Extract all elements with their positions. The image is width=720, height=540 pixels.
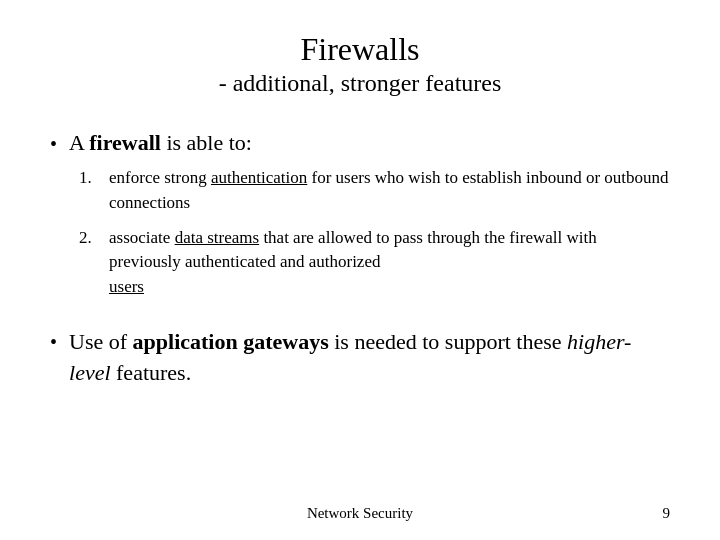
bullet2-prefix: Use of — [69, 329, 133, 354]
sub-title: - additional, stronger features — [50, 68, 670, 99]
bullet2-suffix: features. — [111, 360, 192, 385]
bullet-item-1: • A firewall is able to: 1. enforce stro… — [50, 128, 670, 300]
datastreams-underline: data streams — [175, 228, 260, 247]
bullet-heading-1: A firewall is able to: — [69, 128, 670, 159]
users-underline: users — [109, 277, 144, 296]
footer: Network Security — [0, 505, 720, 522]
bullet-dot-1: • — [50, 130, 57, 158]
numbered-list: 1. enforce strong authentication for use… — [79, 166, 670, 299]
title-section: Firewalls - additional, stronger feature… — [50, 30, 670, 100]
heading-bold: firewall — [89, 130, 161, 155]
main-title: Firewalls — [50, 30, 670, 68]
heading-suffix: is able to: — [161, 130, 252, 155]
page-number: 9 — [663, 505, 671, 522]
bullet-content-1: A firewall is able to: 1. enforce strong… — [69, 128, 670, 300]
content-section: • A firewall is able to: 1. enforce stro… — [50, 128, 670, 500]
auth-underline: authentication — [211, 168, 307, 187]
heading-prefix: A — [69, 130, 89, 155]
number-1: 1. — [79, 166, 97, 191]
slide-container: Firewalls - additional, stronger feature… — [0, 0, 720, 540]
numbered-item-2: 2. associate data streams that are allow… — [79, 226, 670, 300]
bullet2-middle: is needed to support these — [329, 329, 567, 354]
bullet-dot-2: • — [50, 328, 57, 356]
bullet-item-2: • Use of application gateways is needed … — [50, 326, 670, 390]
bullet2-bold: application gateways — [133, 329, 329, 354]
bullet-content-2: Use of application gateways is needed to… — [69, 326, 670, 390]
second-bullet-text: Use of application gateways is needed to… — [69, 326, 670, 390]
item-text-1: enforce strong authentication for users … — [109, 166, 670, 215]
numbered-item-1: 1. enforce strong authentication for use… — [79, 166, 670, 215]
item-text-2: associate data streams that are allowed … — [109, 226, 670, 300]
number-2: 2. — [79, 226, 97, 251]
footer-text: Network Security — [307, 505, 413, 522]
